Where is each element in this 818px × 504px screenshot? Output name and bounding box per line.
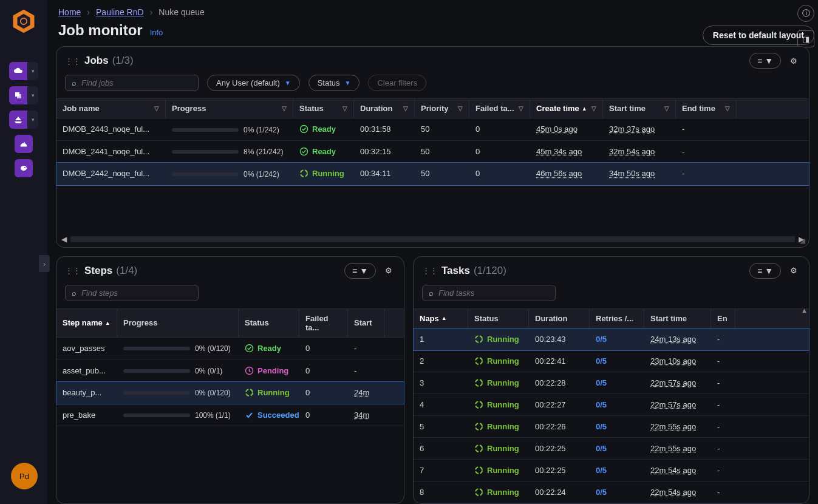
svg-point-19 (475, 467, 482, 474)
column-header[interactable]: Job name▽ (56, 99, 166, 118)
column-header[interactable]: Duration (529, 309, 590, 328)
steps-view-menu[interactable]: ≡ ▼ (344, 263, 376, 279)
breadcrumb-home[interactable]: Home (58, 7, 81, 17)
column-header[interactable]: End time▽ (676, 99, 737, 118)
nav-cloud-icon[interactable] (9, 62, 27, 80)
column-header[interactable]: En (711, 309, 735, 328)
table-row[interactable]: DMOB_2441_noqe_ful... 8% (21/242) Ready … (56, 141, 809, 163)
table-row[interactable]: 3 Running 00:22:28 0/5 22m 57s ago - (414, 372, 809, 394)
filter-icon[interactable]: ▽ (519, 105, 523, 112)
jobs-search-input[interactable] (81, 78, 192, 87)
drag-handle-icon[interactable]: ⋮⋮ (65, 266, 81, 275)
table-row[interactable]: 6 Running 00:22:25 0/5 22m 55s ago - (414, 438, 809, 460)
nav-piggy-icon[interactable] (15, 159, 33, 177)
column-header[interactable]: Failed ta... (299, 309, 348, 337)
jobs-settings-icon[interactable]: ⚙ (787, 54, 800, 67)
table-row[interactable]: 1 Running 00:23:43 0/5 24m 13s ago - (414, 329, 809, 350)
column-header[interactable]: Start (348, 309, 384, 337)
search-icon: ⌕ (72, 288, 77, 298)
svg-point-6 (24, 167, 26, 168)
jobs-hscroll[interactable]: ◀ ▶ (56, 234, 809, 247)
status-filter[interactable]: Status▼ (308, 75, 360, 91)
tasks-settings-icon[interactable]: ⚙ (787, 264, 800, 278)
status-icon (474, 422, 483, 431)
app-logo[interactable] (11, 9, 36, 34)
nav-boat-icon[interactable] (9, 111, 27, 129)
table-row[interactable]: asset_pub... 0% (0/1) Pending 0 - (56, 359, 404, 382)
column-header[interactable]: Retries /... (590, 309, 644, 328)
column-header[interactable]: Create time ▲▽ (530, 99, 603, 118)
column-header[interactable]: Status (239, 309, 299, 337)
tasks-search-input[interactable] (438, 288, 549, 298)
info-link[interactable]: Info (150, 28, 163, 37)
jobs-view-menu[interactable]: ≡ ▼ (749, 53, 781, 69)
column-header[interactable]: Start time (644, 309, 711, 328)
status-badge: Running (474, 378, 523, 387)
column-header[interactable]: Duration▽ (354, 99, 415, 118)
steps-search[interactable]: ⌕ (65, 285, 199, 301)
table-row[interactable]: pre_bake 100% (1/1) Succeeded 0 34m (56, 404, 404, 426)
tasks-panel-title: Tasks (441, 265, 470, 277)
nav-boat-expand[interactable]: ▾ (27, 111, 38, 129)
table-row[interactable]: DMOB_2442_noqe_ful... 0% (1/242) Running… (56, 163, 809, 185)
status-badge: Running (245, 388, 293, 397)
scroll-up-icon[interactable]: ▲ (801, 307, 808, 314)
drag-handle-icon[interactable]: ⋮⋮ (422, 266, 438, 275)
svg-point-17 (475, 423, 482, 430)
column-header[interactable]: Priority▽ (415, 99, 469, 118)
svg-point-18 (475, 445, 482, 452)
svg-point-16 (475, 401, 482, 408)
steps-panel-title: Steps (84, 265, 112, 277)
column-header[interactable]: Progress▽ (166, 99, 293, 118)
column-header[interactable]: Failed ta...▽ (469, 99, 530, 118)
filter-icon[interactable]: ▽ (154, 105, 159, 112)
tasks-search[interactable]: ⌕ (422, 285, 556, 301)
filter-icon[interactable]: ▽ (591, 105, 596, 112)
filter-icon[interactable]: ▽ (664, 105, 669, 112)
breadcrumb-farm[interactable]: Pauline RnD (96, 7, 144, 17)
column-header[interactable]: Status▽ (293, 99, 354, 118)
table-row[interactable]: 4 Running 00:22:27 0/5 22m 57s ago - (414, 394, 809, 416)
chevron-right-icon: › (87, 7, 90, 17)
user-filter[interactable]: Any User (default)▼ (207, 75, 300, 91)
drag-handle-icon[interactable]: ⋮⋮ (65, 56, 81, 66)
table-row[interactable]: 7 Running 00:22:25 0/5 22m 54s ago - (414, 460, 809, 482)
breadcrumb-queue: Nuke queue (158, 7, 205, 17)
status-badge: Running (474, 422, 523, 431)
column-header[interactable]: Status (468, 309, 529, 328)
status-icon (299, 147, 308, 156)
filter-icon[interactable]: ▽ (343, 105, 347, 112)
nav-cloud-expand[interactable]: ▾ (27, 62, 38, 80)
nav-layers-expand[interactable]: ▾ (27, 86, 38, 104)
svg-point-9 (301, 170, 307, 177)
filter-icon[interactable]: ▽ (458, 105, 463, 112)
avatar[interactable]: Pd (11, 463, 38, 489)
clear-filters-button[interactable]: Clear filters (368, 75, 426, 91)
status-badge: Pending (245, 366, 293, 375)
column-header[interactable]: Step name ▲ (56, 309, 117, 337)
jobs-search[interactable]: ⌕ (65, 75, 199, 91)
table-row[interactable]: aov_passes 0% (0/120) Ready 0 - (56, 338, 404, 360)
filter-icon[interactable]: ▽ (282, 105, 287, 112)
resize-handle-icon[interactable]: ◢ (800, 236, 805, 245)
status-icon (474, 444, 483, 453)
table-row[interactable]: DMOB_2443_noqe_ful... 0% (1/242) Ready 0… (56, 118, 809, 141)
table-row[interactable]: 8 Running 00:22:24 0/5 22m 54s ago - (414, 482, 809, 503)
steps-table-header: Step name ▲ProgressStatusFailed ta...Sta… (56, 308, 404, 338)
filter-icon[interactable]: ▽ (403, 105, 408, 112)
nav-dash-icon[interactable] (15, 135, 33, 153)
status-icon (245, 344, 254, 353)
nav-layers-icon[interactable] (9, 86, 27, 104)
reset-layout-button[interactable]: Reset to default layout (703, 26, 814, 45)
scroll-left-icon[interactable]: ◀ (61, 235, 67, 243)
table-row[interactable]: 5 Running 00:22:26 0/5 22m 55s ago - (414, 416, 809, 438)
table-row[interactable]: 2 Running 00:22:41 0/5 23m 10s ago - (414, 350, 809, 372)
column-header[interactable]: Naps ▲ (414, 309, 468, 328)
table-row[interactable]: beauty_p... 0% (0/120) Running 0 24m (56, 382, 404, 404)
column-header[interactable]: Start time▽ (603, 99, 676, 118)
column-header[interactable]: Progress (117, 309, 239, 337)
steps-search-input[interactable] (81, 288, 192, 298)
tasks-view-menu[interactable]: ≡ ▼ (749, 263, 781, 279)
filter-icon[interactable]: ▽ (725, 105, 730, 112)
steps-settings-icon[interactable]: ⚙ (382, 264, 395, 278)
